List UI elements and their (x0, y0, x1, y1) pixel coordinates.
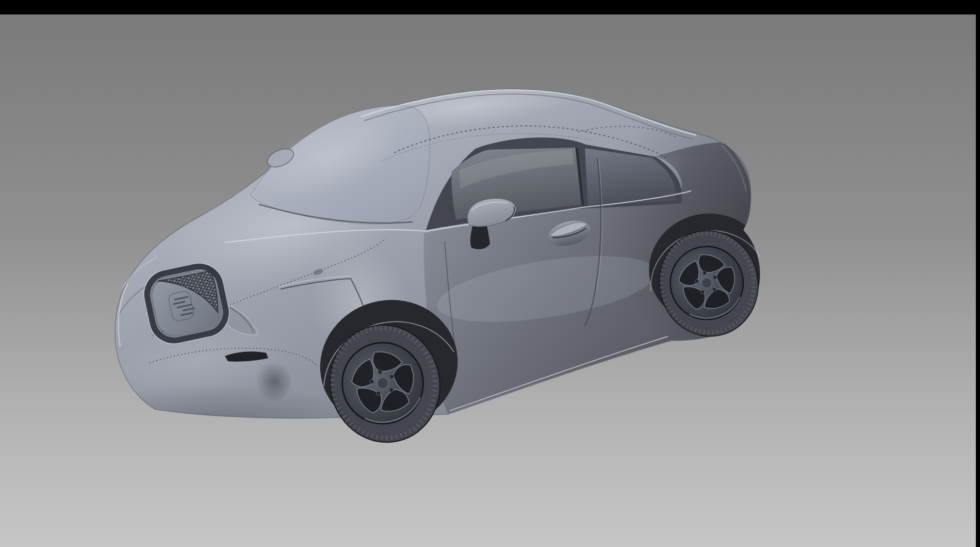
car-model (62, 62, 908, 457)
application-window (0, 0, 980, 547)
rear-shading (609, 62, 908, 382)
car-render (0, 0, 980, 547)
cad-3d-viewport[interactable] (0, 14, 976, 547)
